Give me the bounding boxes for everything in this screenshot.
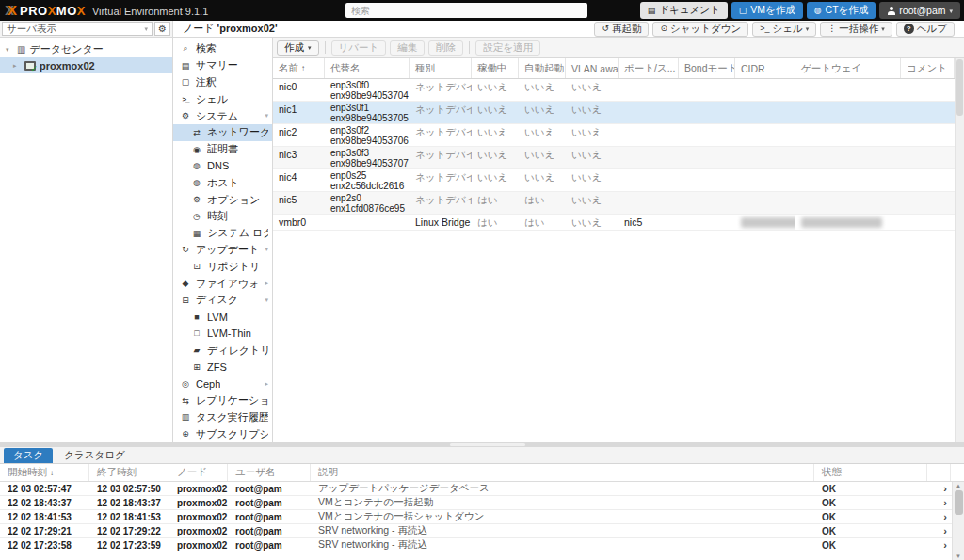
nav-item-summary[interactable]: ▤サマリー: [173, 57, 272, 74]
table-row-nic4[interactable]: nic4 enp0s25enx2c56dcfc2616 ネットデバイス いいえ …: [273, 169, 955, 192]
scrollbar-thumb[interactable]: [955, 490, 963, 515]
create-vm-button[interactable]: ▢ VMを作成: [731, 2, 803, 19]
remove-button[interactable]: 削除: [428, 40, 463, 56]
nav-item-disks[interactable]: ⊟ディスク▾: [173, 292, 272, 309]
nav-item-syslog[interactable]: ▦システム ログ: [173, 225, 272, 242]
tree-item-datacenter[interactable]: ▾ ▥ データセンター: [0, 41, 172, 57]
tree-settings-button[interactable]: ⚙: [154, 22, 170, 36]
column-header-vlan[interactable]: VLAN aware: [566, 58, 619, 78]
splitter-handle[interactable]: [450, 443, 525, 446]
tree-expand-icon[interactable]: ▸: [13, 62, 21, 70]
tab-tasks[interactable]: タスク: [4, 448, 53, 463]
help-button[interactable]: ? ヘルプ: [896, 22, 955, 37]
user-menu-button[interactable]: root@pam ▾: [879, 2, 960, 19]
nav-item-time[interactable]: ◷時刻: [173, 208, 272, 225]
create-ct-button[interactable]: ◍ CTを作成: [807, 2, 876, 19]
nav-item-options[interactable]: ⚙オプション: [173, 191, 272, 208]
table-row-nic5[interactable]: nic5 enp2s0enx1cfd0876ce95 ネットデバイス はい はい…: [273, 192, 955, 215]
column-header-type[interactable]: 種別: [410, 58, 472, 78]
nav-item-repositories[interactable]: ⊡リポジトリ: [173, 258, 272, 275]
scroll-down-icon[interactable]: ▼: [956, 552, 961, 560]
proxmox-logo-text: PROXMOX: [20, 4, 86, 18]
chevron-down-icon[interactable]: ▾: [265, 296, 268, 304]
shutdown-button[interactable]: ⊙ シャットダウン: [652, 22, 748, 37]
column-header-description[interactable]: 説明: [311, 464, 814, 481]
column-header-node[interactable]: ノード: [169, 464, 228, 481]
table-row-nic1[interactable]: nic1 enp3s0f1enx98be94053705 ネットデバイス いいえ…: [273, 102, 955, 124]
chevron-down-icon: ▾: [806, 25, 810, 32]
column-header-ports[interactable]: ポート/ス...: [619, 58, 679, 78]
task-row-4[interactable]: 12 02 17:29:21 12 02 17:29:22 proxmox02 …: [0, 524, 964, 538]
chevron-down-icon[interactable]: ▾: [265, 246, 268, 253]
globe-icon: ◍: [191, 178, 202, 187]
nav-item-shell[interactable]: >_シェル: [173, 90, 272, 107]
column-header-name[interactable]: 名前↑: [273, 58, 325, 78]
nav-item-task-history[interactable]: ▥タスク実行履歴: [173, 409, 272, 426]
create-button[interactable]: 作成▾: [277, 40, 319, 56]
nav-item-firewall[interactable]: ◆ファイアウォール▸: [173, 275, 272, 292]
task-row-1[interactable]: 12 03 02:57:47 12 03 02:57:50 proxmox02 …: [0, 482, 964, 496]
column-header-cidr[interactable]: CIDR: [735, 58, 795, 78]
nav-item-directory[interactable]: ▰ディレクトリ: [173, 342, 272, 359]
chevron-right-icon[interactable]: ▸: [265, 280, 268, 287]
task-row-3[interactable]: 12 02 18:41:53 12 02 18:41:53 proxmox02 …: [0, 510, 964, 524]
nav-item-notes[interactable]: ▢注釈: [173, 74, 272, 91]
square-filled-icon: ■: [191, 312, 202, 322]
table-row-nic2[interactable]: nic2 enp3s0f2enx98be94053706 ネットデバイス いいえ…: [273, 124, 955, 147]
tree-item-proxmox02[interactable]: ▸ ✓ proxmox02: [0, 57, 172, 73]
network-toolbar: 作成▾ リバート 編集 削除 設定を適用: [273, 38, 964, 58]
chevron-down-icon[interactable]: ▾: [265, 112, 268, 120]
column-header-start-time[interactable]: 開始時刻↓: [0, 464, 89, 481]
nav-item-network[interactable]: ⇄ネットワーク: [173, 124, 272, 141]
nav-item-ceph[interactable]: ◎Ceph▸: [173, 376, 272, 392]
table-row-nic3[interactable]: nic3 enp3s0f3enx98be94053707 ネットデバイス いいえ…: [273, 147, 955, 169]
task-row-2[interactable]: 12 02 18:43:37 12 02 18:43:37 proxmox02 …: [0, 496, 964, 510]
nav-item-zfs[interactable]: ⊞ZFS: [173, 359, 272, 376]
table-row-vmbr0[interactable]: vmbr0 Linux Bridge はい はい いいえ nic5: [273, 215, 955, 231]
terminal-icon: >_: [760, 24, 769, 33]
column-header-active[interactable]: 稼働中: [472, 58, 519, 78]
chevron-right-icon[interactable]: ▸: [265, 380, 268, 388]
bulk-actions-button[interactable]: ⋮ 一括操作 ▾: [820, 22, 892, 37]
task-row-5[interactable]: 12 02 17:23:58 12 02 17:23:59 proxmox02 …: [0, 538, 964, 552]
nav-item-subscription[interactable]: ⊕サブスクリプション: [173, 425, 272, 442]
revert-button[interactable]: リバート: [331, 40, 387, 56]
global-search-input[interactable]: [345, 3, 587, 18]
nav-item-replication[interactable]: ⇆レプリケーション: [173, 392, 272, 409]
list-icon: ▦: [191, 229, 202, 238]
datacenter-icon: ▥: [17, 44, 25, 55]
nav-item-lvm-thin[interactable]: □LVM-Thin: [173, 326, 272, 343]
scrollbar-thumb[interactable]: [956, 59, 963, 116]
nav-item-lvm[interactable]: ■LVM: [173, 309, 272, 326]
column-header-status[interactable]: 状態: [814, 464, 927, 481]
shell-button[interactable]: >_ シェル ▾: [752, 22, 816, 37]
network-grid-header: 名前↑ 代替名 種別 稼働中 自動起動 VLAN aware ポート/ス... …: [273, 58, 955, 79]
view-mode-select[interactable]: サーバ表示 ▾: [2, 22, 153, 36]
nav-item-search[interactable]: ⌕検索: [173, 40, 272, 57]
toolbar-separator: [325, 41, 326, 54]
column-header-gateway[interactable]: ゲートウェイ: [795, 58, 901, 78]
column-header-autostart[interactable]: 自動起動: [519, 58, 566, 78]
column-header-end-time[interactable]: 終了時刻: [89, 464, 169, 481]
square-outline-icon: □: [191, 328, 202, 338]
nav-item-system[interactable]: ⚙システム▾: [173, 107, 272, 124]
nav-item-updates[interactable]: ↻アップデート▾: [173, 242, 272, 259]
table-row-nic0[interactable]: nic0 enp3s0f0enx98be94053704 ネットデバイス いいえ…: [273, 79, 955, 102]
nav-item-dns[interactable]: ◍DNS: [173, 158, 272, 175]
tree-collapse-icon[interactable]: ▾: [6, 46, 13, 54]
scroll-up-icon[interactable]: ▲: [956, 482, 961, 489]
nav-item-hosts[interactable]: ◍ホスト: [173, 174, 272, 191]
restart-button[interactable]: ↺ 再起動: [594, 22, 649, 37]
column-header-comment[interactable]: コメント: [901, 58, 955, 78]
nav-item-certificates[interactable]: ◉証明書: [173, 141, 272, 158]
column-header-bond[interactable]: Bondモード: [679, 58, 735, 78]
documentation-button[interactable]: ▤ ドキュメント: [640, 2, 728, 19]
page-title: ノード 'proxmox02': [183, 22, 278, 36]
shield-icon: ◆: [180, 279, 191, 288]
tab-cluster-log[interactable]: クラスタログ: [55, 448, 134, 463]
apply-configuration-button[interactable]: 設定を適用: [475, 40, 540, 56]
terminal-icon: >_: [180, 95, 191, 104]
column-header-user[interactable]: ユーザ名: [228, 464, 311, 481]
edit-button[interactable]: 編集: [390, 40, 425, 56]
column-header-altname[interactable]: 代替名: [325, 58, 410, 78]
